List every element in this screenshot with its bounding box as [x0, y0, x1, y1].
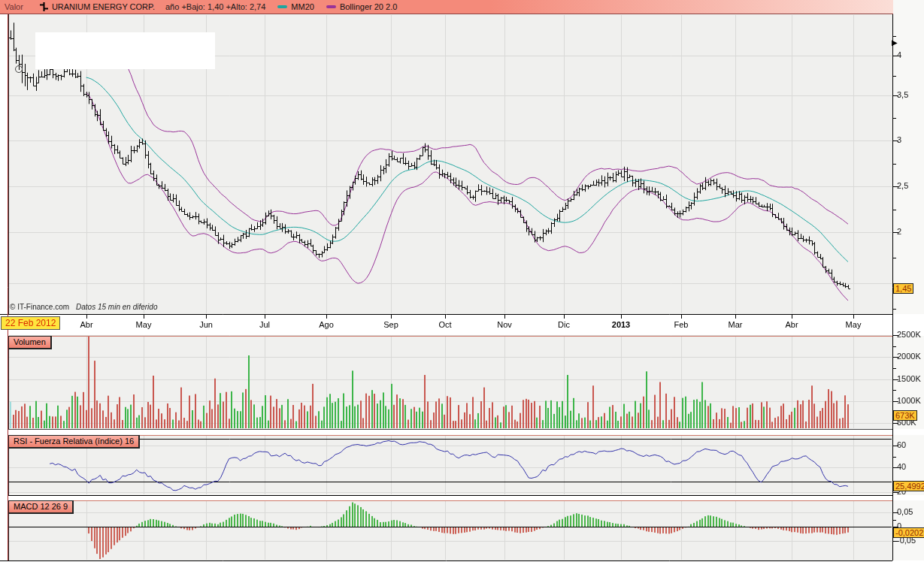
bollinger-swatch-icon [326, 5, 336, 8]
legend-mm20-label: MM20 [291, 2, 314, 11]
chart-canvas[interactable] [0, 0, 924, 565]
instrument-name[interactable]: URANIUM ENERGY CORP. [52, 2, 155, 11]
legend-bollinger[interactable]: Bollinger 20 2.0 [326, 2, 397, 11]
mm20-swatch-icon [277, 5, 287, 8]
candlestick-icon [40, 2, 48, 11]
header-title: Valor [5, 2, 23, 11]
macd-panel-title[interactable]: MACD 12 26 9 [8, 500, 74, 514]
year-range-info: año +Bajo: 1,40 +Alto: 2,74 [165, 2, 265, 11]
scroll-right-arrow-icon[interactable]: ▶ [892, 39, 898, 47]
rsi-panel-title[interactable]: RSI - Fuerza Relativa (índice) 16 [8, 435, 140, 449]
volume-panel-title[interactable]: Volumen [8, 336, 52, 349]
chart-window: Valor URANIUM ENERGY CORP. año +Bajo: 1,… [0, 0, 924, 565]
header-bar: Valor URANIUM ENERGY CORP. año +Bajo: 1,… [0, 0, 893, 14]
legend-bollinger-label: Bollinger 20 2.0 [340, 2, 397, 11]
legend-mm20[interactable]: MM20 [277, 2, 314, 11]
